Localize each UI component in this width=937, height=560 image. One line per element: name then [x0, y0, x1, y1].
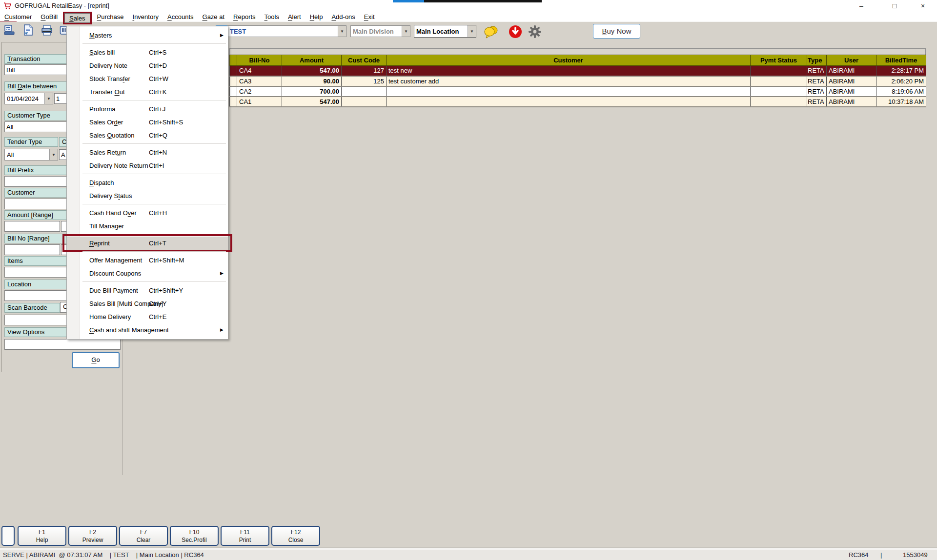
printer-icon[interactable]	[40, 23, 54, 37]
menu-item-sales-return[interactable]: Sales Return Ctrl+N	[67, 146, 228, 159]
chevron-down-icon[interactable]: ▼	[44, 93, 53, 104]
grid-cell-user[interactable]: ABIRAMI	[827, 97, 876, 107]
grid-cell-pymt-status[interactable]	[751, 86, 807, 97]
f7-clear-button[interactable]: F7 Clear	[119, 526, 168, 546]
menubar-inventory[interactable]: Inventory	[128, 13, 163, 21]
grid-cell-cust-code[interactable]: 127	[342, 66, 387, 76]
menubar-help[interactable]: Help	[306, 13, 327, 21]
grid-cell-user[interactable]: ABIRAMI	[827, 86, 876, 97]
menu-item-reprint[interactable]: Reprint Ctrl+T	[67, 237, 228, 250]
grid-cell-billed-time[interactable]: 2:28:17 PM	[876, 66, 926, 76]
download-update-icon[interactable]	[508, 24, 523, 40]
bill-date-from-combo[interactable]: 01/04/2024 ▼	[4, 93, 53, 104]
f1-help-button[interactable]: F1 Help	[18, 526, 66, 546]
menubar-gaze-at[interactable]: Gaze at	[198, 13, 229, 21]
grid-cell-bill-no[interactable]: CA4	[237, 66, 282, 76]
sales-bill-icon[interactable]	[21, 23, 35, 37]
menu-item-sales-order[interactable]: Sales Order Ctrl+Shift+S	[67, 116, 228, 129]
chevron-down-icon[interactable]: ▼	[402, 26, 410, 37]
menubar-exit[interactable]: Exit	[360, 13, 379, 21]
grid-cell-customer[interactable]	[387, 97, 751, 107]
chevron-down-icon[interactable]: ▼	[468, 25, 476, 37]
grid-cell-billed-time[interactable]: 10:37:18 AM	[876, 97, 926, 107]
grid-cell-customer[interactable]: test customer add	[387, 76, 751, 86]
grid-row[interactable]: CA2 700.00 RETA ABIRAMI 8:19:06 AM	[230, 86, 926, 97]
grid-cell-cust-code[interactable]	[342, 86, 387, 97]
grid-cell-amount[interactable]: 547.00	[282, 97, 342, 107]
menu-item-cash-and-shift-management[interactable]: Cash and shift Management ▶	[67, 323, 228, 337]
grid-cell[interactable]	[230, 86, 237, 97]
menu-item-delivery-note-return[interactable]: Delivery Note Return Ctrl+I	[67, 159, 228, 172]
menubar-purchase[interactable]: Purchase	[93, 13, 128, 21]
f11-print-button[interactable]: F11 Print	[221, 526, 269, 546]
grid-row[interactable]: CA1 547.00 RETA ABIRAMI 10:37:18 AM	[230, 97, 926, 107]
grid-cell-customer[interactable]	[387, 86, 751, 97]
amount-range-from-input[interactable]	[4, 221, 60, 232]
menubar-customer[interactable]: Customer	[0, 13, 36, 21]
menu-item-home-delivery[interactable]: Home Delivery Ctrl+E	[67, 310, 228, 323]
grid-cell-pymt-status[interactable]	[751, 76, 807, 86]
grid-cell[interactable]	[230, 66, 237, 76]
location-combo[interactable]: Main Location ▼	[414, 25, 476, 38]
grid-cell-customer[interactable]: test new	[387, 66, 751, 76]
menubar-accounts[interactable]: Accounts	[163, 13, 198, 21]
close-button[interactable]: ×	[912, 0, 934, 12]
f12-close-button[interactable]: F12 Close	[271, 526, 320, 546]
grid-cell-bill-no[interactable]: CA3	[237, 76, 282, 86]
menu-item-stock-transfer[interactable]: Stock Transfer Ctrl+W	[67, 72, 228, 85]
grid-cell-pymt-status[interactable]	[751, 66, 807, 76]
menu-item-delivery-note[interactable]: Delivery Note Ctrl+D	[67, 59, 228, 72]
buy-now-button[interactable]: Buy Now	[593, 24, 640, 39]
menubar-sales[interactable]: Sales	[63, 12, 92, 24]
view-options-input[interactable]	[4, 339, 121, 350]
menubar-reports[interactable]: Reports	[229, 13, 260, 21]
division-combo[interactable]: Main Division ▼	[350, 25, 410, 37]
menu-item-proforma[interactable]: Proforma Ctrl+J	[67, 102, 228, 116]
grid-cell[interactable]	[230, 76, 237, 86]
grid-cell-cust-code[interactable]	[342, 97, 387, 107]
menu-item-cash-hand-over[interactable]: Cash Hand Over Ctrl+H	[67, 206, 228, 220]
menu-item-offer-management[interactable]: Offer Management Ctrl+Shift+M	[67, 254, 228, 267]
menu-item-sales-bill[interactable]: Sales bill Ctrl+S	[67, 46, 228, 59]
settings-gear-icon[interactable]	[527, 24, 543, 40]
company-combo[interactable]: TEST ▼	[227, 25, 346, 37]
grid-row[interactable]: CA4 547.00 127 test new RETA ABIRAMI 2:2…	[230, 66, 926, 76]
menu-item-discount-coupons[interactable]: Discount Coupons ▶	[67, 267, 228, 280]
fkey-blank-button[interactable]	[1, 526, 15, 546]
menu-item-sales-quotation[interactable]: Sales Quotation Ctrl+Q	[67, 129, 228, 142]
grid-cell-user[interactable]: ABIRAMI	[827, 66, 876, 76]
grid-cell-cust-code[interactable]: 125	[342, 76, 387, 86]
grid-row[interactable]: CA3 90.00 125 test customer add RETA ABI…	[230, 76, 926, 86]
go-button[interactable]: Go	[72, 352, 120, 368]
menu-item-delivery-status[interactable]: Delivery Status	[67, 189, 228, 202]
grid-cell-type[interactable]: RETA	[807, 76, 827, 86]
bill-no-range-from-input[interactable]	[4, 244, 60, 255]
grid-cell-pymt-status[interactable]	[751, 97, 807, 107]
grid-cell-billed-time[interactable]: 8:19:06 AM	[876, 86, 926, 97]
menu-item-masters[interactable]: Masters ▶	[67, 29, 228, 42]
menubar-alert[interactable]: Alert	[284, 13, 306, 21]
menubar-add-ons[interactable]: Add-ons	[327, 13, 359, 21]
grid-cell[interactable]	[230, 97, 237, 107]
chat-support-icon[interactable]	[483, 24, 499, 40]
cash-register-icon[interactable]	[3, 23, 17, 37]
maximize-button[interactable]: □	[883, 0, 906, 12]
grid-cell-user[interactable]: ABIRAMI	[827, 76, 876, 86]
grid-cell-type[interactable]: RETA	[807, 97, 827, 107]
grid-cell-amount[interactable]: 700.00	[282, 86, 342, 97]
grid-cell-bill-no[interactable]: CA1	[237, 97, 282, 107]
menu-item-due-bill-payment[interactable]: Due Bill Payment Ctrl+Shift+Y	[67, 284, 228, 297]
minimize-button[interactable]: –	[850, 0, 873, 12]
f2-preview-button[interactable]: F2 Preview	[68, 526, 117, 546]
menu-item-transfer-out[interactable]: Transfer Out Ctrl+K	[67, 85, 228, 99]
menubar-gobill[interactable]: GoBill	[36, 13, 62, 21]
chevron-down-icon[interactable]: ▼	[338, 26, 346, 37]
grid-cell-bill-no[interactable]: CA2	[237, 86, 282, 97]
menu-item-sales-bill-multi-company[interactable]: Sales Bill [Multi Company] Ctrl+Y	[67, 297, 228, 310]
menubar-tools[interactable]: Tools	[260, 13, 284, 21]
menu-item-till-manager[interactable]: Till Manager	[67, 220, 228, 233]
grid-cell-amount[interactable]: 547.00	[282, 66, 342, 76]
tender-type-combo[interactable]: All ▼	[4, 149, 58, 160]
grid-cell-amount[interactable]: 90.00	[282, 76, 342, 86]
chevron-down-icon[interactable]: ▼	[49, 149, 58, 160]
